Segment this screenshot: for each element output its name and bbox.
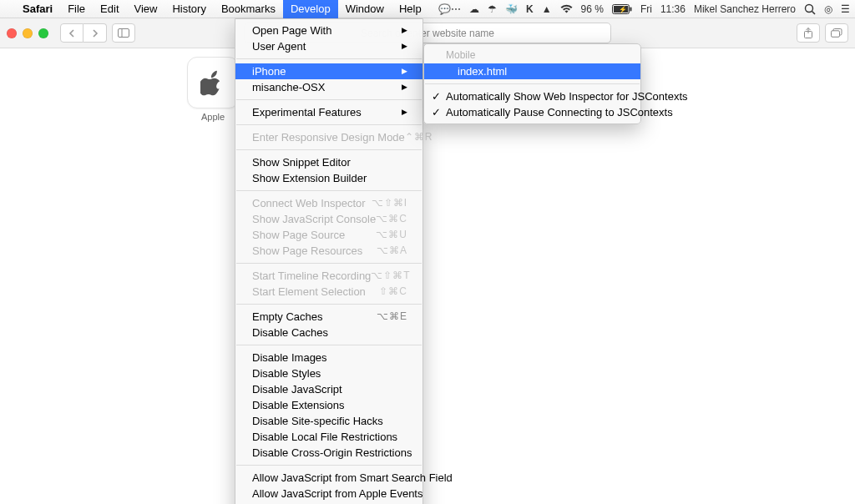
airplay-icon[interactable]: ▲ [542, 3, 552, 15]
svg-rect-6 [119, 29, 129, 38]
svg-rect-11 [832, 31, 840, 38]
develop-item-18: Start Timeline Recording⌥⇧⌘T [235, 268, 422, 284]
develop-item-32[interactable]: Allow JavaScript from Smart Search Field [235, 470, 422, 486]
battery-percent: 96 % [581, 3, 604, 15]
umbrella-icon[interactable]: ☂ [488, 3, 497, 15]
notifications-icon[interactable]: ☰ [841, 3, 850, 15]
develop-item-26[interactable]: Disable JavaScript [235, 381, 422, 397]
menu-history[interactable]: History [164, 0, 213, 18]
menu-file[interactable]: File [60, 0, 93, 18]
iphone-submenu: Mobileindex.html✓Automatically Show Web … [423, 43, 641, 124]
docker-icon[interactable]: 🐳 [505, 3, 518, 15]
topsite-apple[interactable]: Apple [187, 57, 239, 122]
forward-button[interactable] [83, 23, 107, 43]
develop-item-19: Start Element Selection⇧⌘C [235, 284, 422, 300]
submenu-item-2[interactable]: ✓Automatically Show Web Inspector for JS… [424, 88, 640, 104]
svg-point-4 [806, 4, 813, 12]
menu-help[interactable]: Help [392, 0, 429, 18]
k-icon[interactable]: K [526, 3, 534, 15]
zoom-window-icon[interactable] [38, 28, 48, 38]
develop-item-21[interactable]: Empty Caches⌥⌘E [235, 309, 422, 325]
menu-edit[interactable]: Edit [93, 0, 126, 18]
develop-item-24[interactable]: Disable Images [235, 350, 422, 365]
submenu-item-0[interactable]: index.html [424, 63, 640, 79]
develop-item-0[interactable]: Open Page With▶ [235, 23, 422, 38]
svg-line-5 [812, 11, 816, 14]
window-controls[interactable] [7, 28, 48, 38]
develop-item-28[interactable]: Disable Site-specific Hacks [235, 413, 422, 429]
battery-icon[interactable]: ⚡ [612, 4, 632, 14]
develop-item-22[interactable]: Disable Caches [235, 325, 422, 340]
develop-item-8: Enter Responsive Design Mode⌃⌘R [235, 129, 422, 145]
develop-item-4[interactable]: misanche-OSX▶ [235, 79, 422, 95]
develop-item-10[interactable]: Show Snippet Editor [235, 154, 422, 170]
siri-icon[interactable]: ◎ [824, 3, 832, 15]
menu-bookmarks[interactable]: Bookmarks [214, 0, 283, 18]
chat-icon[interactable]: 💬⋯ [438, 3, 461, 15]
app-menu[interactable]: Safari [15, 0, 60, 18]
sidebar-button[interactable] [112, 23, 135, 43]
develop-item-6[interactable]: Experimental Features▶ [235, 104, 422, 120]
develop-item-29[interactable]: Disable Local File Restrictions [235, 429, 422, 445]
cloud-icon[interactable]: ☁ [469, 3, 479, 15]
share-button[interactable] [797, 23, 820, 43]
develop-item-1[interactable]: User Agent▶ [235, 38, 422, 54]
develop-item-30[interactable]: Disable Cross-Origin Restrictions [235, 445, 422, 461]
apple-tile-icon [200, 68, 225, 98]
menu-view[interactable]: View [127, 0, 165, 18]
menubar: Safari File Edit View History Bookmarks … [0, 0, 855, 18]
back-button[interactable] [60, 23, 83, 43]
spotlight-icon[interactable] [804, 3, 816, 15]
svg-rect-2 [630, 7, 631, 11]
develop-item-16: Show Page Resources⌥⌘A [235, 243, 422, 259]
menu-window[interactable]: Window [338, 0, 392, 18]
develop-item-33[interactable]: Allow JavaScript from Apple Events [235, 486, 422, 501]
minimize-window-icon[interactable] [23, 28, 33, 38]
user-name[interactable]: Mikel Sanchez Herrero [694, 3, 796, 15]
svg-text:⚡: ⚡ [619, 5, 627, 13]
submenu-item-3[interactable]: ✓Automatically Pause Connecting to JSCon… [424, 104, 640, 120]
topsite-label: Apple [187, 112, 239, 122]
develop-menu: Open Page With▶User Agent▶iPhone▶misanch… [235, 18, 423, 504]
develop-item-15: Show Page Source⌥⌘U [235, 227, 422, 243]
develop-item-25[interactable]: Disable Styles [235, 365, 422, 381]
develop-item-13: Connect Web Inspector⌥⇧⌘I [235, 195, 422, 211]
submenu-header: Mobile [424, 48, 640, 63]
clock-day: Fri [640, 3, 652, 15]
develop-item-27[interactable]: Disable Extensions [235, 397, 422, 413]
develop-item-11[interactable]: Show Extension Builder [235, 170, 422, 186]
status-area: 💬⋯ ☁ ☂ 🐳 K ▲ 96 % ⚡ Fri 11:36 Mikel Sanc… [438, 3, 850, 15]
wifi-icon[interactable] [560, 4, 573, 13]
clock-time: 11:36 [660, 3, 686, 15]
develop-item-14: Show JavaScript Console⌥⌘C [235, 211, 422, 227]
menu-develop[interactable]: Develop [283, 0, 338, 18]
tabs-button[interactable] [825, 23, 848, 43]
close-window-icon[interactable] [7, 28, 17, 38]
develop-item-3[interactable]: iPhone▶ [235, 63, 422, 79]
